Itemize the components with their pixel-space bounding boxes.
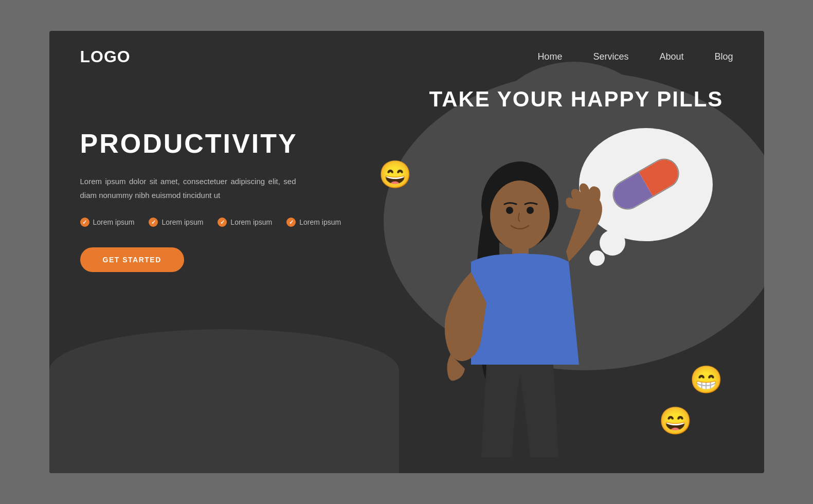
checklist-item-2: Lorem ipsum (149, 218, 203, 227)
checklist: Lorem ipsum Lorem ipsum Lorem ipsum Lore… (80, 218, 378, 227)
checklist-label-2: Lorem ipsum (161, 218, 203, 226)
emoji-happy-top: 😄 (378, 159, 412, 190)
section-description: Lorem ipsum dolor sit amet, consectetuer… (80, 174, 296, 202)
check-icon-4 (286, 218, 296, 227)
hero-tagline: TAKE YOUR HAPPY PILLS (420, 87, 733, 112)
checklist-label-4: Lorem ipsum (299, 218, 341, 226)
nav-link-blog[interactable]: Blog (714, 51, 733, 62)
check-icon-3 (218, 218, 227, 227)
main-content: PRODUCTIVITY Lorem ipsum dolor sit amet,… (49, 66, 764, 457)
checklist-label-1: Lorem ipsum (93, 218, 135, 226)
pill-container (610, 169, 682, 200)
logo: LOGO (80, 47, 131, 66)
nav-item-about[interactable]: About (659, 51, 683, 62)
check-icon-1 (80, 218, 89, 227)
section-title: PRODUCTIVITY (80, 128, 378, 159)
emoji-happy-mid: 😁 (690, 364, 723, 395)
nav-item-home[interactable]: Home (537, 51, 562, 62)
svg-point-1 (490, 181, 550, 250)
right-section: TAKE YOUR HAPPY PILLS 😄 (378, 97, 733, 457)
checklist-label-3: Lorem ipsum (230, 218, 272, 226)
nav-item-blog[interactable]: Blog (714, 51, 733, 62)
checklist-item-3: Lorem ipsum (218, 218, 272, 227)
left-section: PRODUCTIVITY Lorem ipsum dolor sit amet,… (80, 97, 378, 457)
pill (607, 153, 684, 215)
navbar: LOGO Home Services About Blog (49, 31, 764, 66)
woman-character (420, 159, 615, 457)
nav-item-services[interactable]: Services (593, 51, 628, 62)
nav-link-home[interactable]: Home (537, 51, 562, 62)
checklist-item-4: Lorem ipsum (286, 218, 341, 227)
check-icon-2 (149, 218, 158, 227)
page-container: LOGO Home Services About Blog PRODUCTIVI… (49, 31, 764, 473)
svg-point-3 (527, 207, 534, 214)
svg-point-2 (506, 207, 513, 214)
checklist-item-1: Lorem ipsum (80, 218, 135, 227)
nav-link-services[interactable]: Services (593, 51, 628, 62)
emoji-happy-bottom: 😄 (659, 405, 692, 437)
nav-links: Home Services About Blog (537, 51, 733, 62)
nav-link-about[interactable]: About (659, 51, 683, 62)
get-started-button[interactable]: GET STARTED (80, 247, 184, 272)
